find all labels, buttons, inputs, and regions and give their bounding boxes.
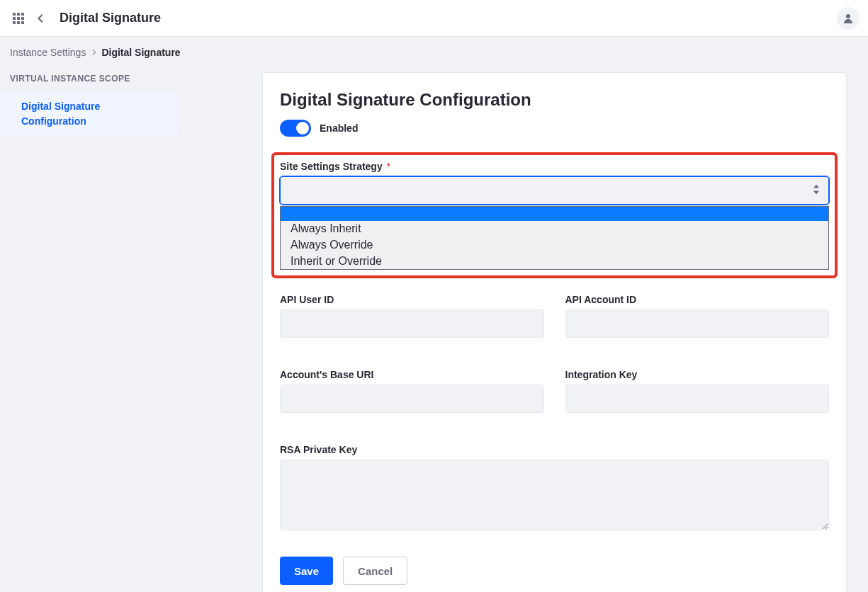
enabled-label: Enabled [320, 123, 358, 134]
sidebar-scope-heading: VIRTUAL INSTANCE SCOPE [0, 68, 177, 89]
svg-point-9 [846, 14, 850, 18]
enabled-toggle[interactable] [280, 120, 311, 137]
config-heading: Digital Signature Configuration [280, 90, 829, 110]
integration-key-input[interactable] [565, 385, 830, 413]
svg-marker-10 [813, 185, 819, 188]
user-icon [842, 13, 854, 24]
chevron-right-icon [90, 47, 97, 58]
strategy-option-inherit-or-override[interactable]: Inherit or Override [281, 254, 828, 270]
api-user-id-input[interactable] [280, 309, 544, 338]
save-button[interactable]: Save [280, 557, 333, 585]
svg-rect-3 [13, 17, 16, 20]
rsa-key-textarea[interactable] [280, 460, 829, 530]
breadcrumb-parent-link[interactable]: Instance Settings [10, 47, 86, 58]
base-uri-field: Account's Base URI [280, 369, 544, 413]
sidebar-item-label: Digital Signature Configuration [21, 101, 100, 127]
integration-key-field: Integration Key [565, 369, 830, 413]
enabled-row: Enabled [280, 120, 829, 137]
base-uri-input[interactable] [280, 385, 544, 413]
svg-rect-8 [21, 21, 24, 24]
cancel-button[interactable]: Cancel [343, 557, 407, 585]
site-settings-strategy-highlight: Site Settings Strategy * Always Inherit … [274, 155, 835, 275]
strategy-option-always-override[interactable]: Always Override [281, 237, 828, 254]
svg-rect-0 [13, 13, 16, 16]
sidebar-item-digital-signature-configuration[interactable]: Digital Signature Configuration [0, 92, 177, 136]
svg-rect-6 [13, 21, 16, 24]
topbar: Digital Signature [0, 0, 868, 37]
integration-key-label: Integration Key [565, 369, 830, 380]
strategy-option-always-inherit[interactable]: Always Inherit [281, 221, 828, 237]
site-settings-strategy-select[interactable] [280, 176, 829, 205]
strategy-option-blank[interactable] [281, 207, 828, 221]
config-card: Digital Signature Configuration Enabled … [262, 72, 847, 592]
api-account-id-field: API Account ID [565, 294, 830, 338]
api-account-id-label: API Account ID [565, 294, 830, 305]
breadcrumb: Instance Settings Digital Signature [0, 37, 868, 58]
svg-rect-1 [17, 13, 20, 16]
back-button[interactable] [30, 7, 52, 30]
chevron-left-icon [36, 13, 46, 23]
user-menu-button[interactable] [837, 7, 859, 30]
form-row-uri-key: Account's Base URI Integration Key [280, 369, 829, 413]
page-title: Digital Signature [60, 11, 161, 25]
layout: VIRTUAL INSTANCE SCOPE Digital Signature… [0, 58, 868, 592]
sidebar: VIRTUAL INSTANCE SCOPE Digital Signature… [0, 58, 177, 592]
svg-marker-11 [813, 191, 819, 195]
select-sort-icon [813, 185, 820, 197]
action-buttons: Save Cancel [280, 557, 829, 585]
rsa-key-field: RSA Private Key [280, 444, 829, 533]
svg-rect-5 [21, 17, 24, 20]
breadcrumb-current: Digital Signature [101, 47, 180, 58]
rsa-key-label: RSA Private Key [280, 444, 829, 455]
svg-rect-7 [17, 21, 20, 24]
site-settings-strategy-dropdown: Always Inherit Always Override Inherit o… [280, 206, 829, 270]
api-user-id-label: API User ID [280, 294, 544, 305]
form-row-api-ids: API User ID API Account ID [280, 294, 829, 338]
svg-rect-2 [21, 13, 24, 16]
svg-rect-4 [17, 17, 20, 20]
site-settings-strategy-label: Site Settings Strategy * [280, 161, 829, 172]
required-indicator: * [387, 161, 390, 172]
grid-icon [13, 13, 24, 24]
apps-menu-button[interactable] [7, 7, 30, 30]
api-account-id-input[interactable] [565, 309, 830, 338]
main-content: Digital Signature Configuration Enabled … [177, 58, 868, 592]
api-user-id-field: API User ID [280, 294, 544, 338]
base-uri-label: Account's Base URI [280, 369, 544, 380]
